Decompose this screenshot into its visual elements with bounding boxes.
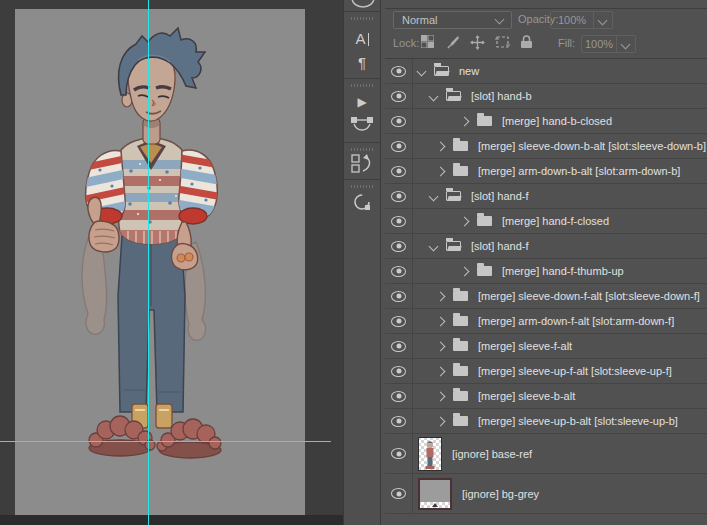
- folder-icon: [453, 416, 468, 426]
- eye-icon: [391, 366, 406, 377]
- layer-name[interactable]: [merge] sleeve-b-alt: [478, 390, 575, 402]
- dock-grip[interactable]: [351, 185, 373, 188]
- layer-name[interactable]: [merge] sleeve-down-b-alt [slot:sleeve-d…: [478, 140, 706, 152]
- layer-name[interactable]: [merge] sleeve-down-f-alt [slot:sleeve-d…: [478, 290, 700, 302]
- layer-thumbnail[interactable]: [418, 478, 452, 510]
- lock-position-icon[interactable]: [470, 35, 485, 50]
- visibility-toggle[interactable]: [385, 259, 413, 283]
- layer-row-slot-hand-b[interactable]: [slot] hand-b: [385, 84, 707, 109]
- visibility-toggle[interactable]: [385, 234, 413, 258]
- dock-grip[interactable]: [351, 17, 373, 20]
- chevron-collapsed-icon[interactable]: [460, 266, 470, 276]
- layer-name[interactable]: [slot] hand-f: [471, 190, 528, 202]
- visibility-toggle[interactable]: [385, 134, 413, 158]
- lock-all-icon[interactable]: [520, 35, 533, 49]
- dock-grip[interactable]: [351, 148, 373, 151]
- chevron-expanded-icon[interactable]: [429, 241, 439, 251]
- layer-name[interactable]: [merge] sleeve-up-f-alt [slot:sleeve-up-…: [478, 365, 672, 377]
- visibility-toggle[interactable]: [385, 84, 413, 108]
- chevron-collapsed-icon[interactable]: [436, 316, 446, 326]
- visibility-toggle[interactable]: [385, 59, 413, 83]
- layer-row-bg-grey[interactable]: [ignore] bg-grey: [385, 474, 707, 514]
- lock-pixels-icon[interactable]: [446, 35, 460, 49]
- layer-name[interactable]: [merge] hand-f-closed: [502, 215, 609, 227]
- layer-row-hand-f-thumb-up[interactable]: [merge] hand-f-thumb-up: [385, 259, 707, 284]
- layer-row-sleeve-up-f-alt[interactable]: [merge] sleeve-up-f-alt [slot:sleeve-up-…: [385, 359, 707, 384]
- layer-name[interactable]: [ignore] bg-grey: [462, 488, 539, 500]
- chevron-collapsed-icon[interactable]: [460, 216, 470, 226]
- chevron-expanded-icon[interactable]: [429, 191, 439, 201]
- chevron-collapsed-icon[interactable]: [436, 391, 446, 401]
- layer-name[interactable]: [merge] sleeve-f-alt: [478, 340, 572, 352]
- visibility-toggle[interactable]: [385, 384, 413, 408]
- layer-name[interactable]: [slot] hand-b: [471, 90, 532, 102]
- layer-name[interactable]: [merge] hand-b-closed: [502, 115, 612, 127]
- opacity-value[interactable]: 100%: [550, 11, 594, 29]
- vertical-guide[interactable]: [148, 0, 149, 525]
- layer-name[interactable]: [merge] hand-f-thumb-up: [502, 265, 624, 277]
- blend-mode-select[interactable]: Normal: [393, 11, 512, 29]
- chevron-collapsed-icon[interactable]: [436, 141, 446, 151]
- layer-row-sleeve-b-alt[interactable]: [merge] sleeve-b-alt: [385, 384, 707, 409]
- layer-name[interactable]: [merge] sleeve-up-b-alt [slot:sleeve-up-…: [478, 415, 678, 427]
- layer-thumbnail[interactable]: [418, 437, 442, 471]
- layer-name[interactable]: new: [459, 65, 479, 77]
- layer-row-new[interactable]: new: [385, 59, 707, 84]
- visibility-toggle[interactable]: [385, 359, 413, 383]
- chevron-down-icon: [598, 16, 608, 26]
- visibility-toggle[interactable]: [385, 159, 413, 183]
- layer-row-hand-b-closed[interactable]: [merge] hand-b-closed: [385, 109, 707, 134]
- visibility-toggle[interactable]: [385, 309, 413, 333]
- chevron-expanded-icon[interactable]: [429, 91, 439, 101]
- visibility-toggle[interactable]: [385, 334, 413, 358]
- opacity-dropdown-button[interactable]: [594, 11, 613, 29]
- character-panel-icon[interactable]: A: [344, 30, 380, 48]
- chevron-collapsed-icon[interactable]: [460, 116, 470, 126]
- visibility-toggle[interactable]: [385, 434, 413, 473]
- layer-row-sleeve-down-b-alt[interactable]: [merge] sleeve-down-b-alt [slot:sleeve-d…: [385, 134, 707, 159]
- layer-row-arm-down-b-alt[interactable]: [merge] arm-down-b-alt [slot:arm-down-b]: [385, 159, 707, 184]
- fill-value[interactable]: 100%: [581, 35, 617, 53]
- libraries-panel-icon[interactable]: [350, 0, 376, 9]
- lock-transparency-icon[interactable]: [421, 35, 434, 48]
- rotate-view-panel-icon[interactable]: [344, 192, 380, 216]
- visibility-toggle[interactable]: [385, 109, 413, 133]
- layer-row-sleeve-down-f-alt[interactable]: [merge] sleeve-down-f-alt [slot:sleeve-d…: [385, 284, 707, 309]
- fill-dropdown-button[interactable]: [617, 35, 636, 53]
- layer-row-sleeve-f-alt[interactable]: [merge] sleeve-f-alt: [385, 334, 707, 359]
- layer-row-base-ref[interactable]: [ignore] base-ref: [385, 434, 707, 474]
- horizontal-guide[interactable]: [0, 441, 331, 442]
- layer-name[interactable]: [ignore] base-ref: [452, 448, 532, 460]
- canvas-scroll-gutter: [0, 515, 343, 525]
- eye-icon: [391, 66, 406, 77]
- paragraph-glyph: ¶: [358, 54, 366, 71]
- layer-name[interactable]: [merge] arm-down-b-alt [slot:arm-down-b]: [478, 165, 680, 177]
- visibility-toggle[interactable]: [385, 184, 413, 208]
- canvas-area[interactable]: [0, 0, 343, 525]
- dock-grip[interactable]: [351, 84, 373, 87]
- actions-panel-icon[interactable]: ▶: [344, 95, 380, 109]
- paragraph-panel-icon[interactable]: ¶: [344, 54, 380, 72]
- paths-panel-icon[interactable]: [344, 115, 380, 138]
- layer-name[interactable]: [merge] arm-down-f-alt [slot:arm-down-f]: [478, 315, 674, 327]
- layer-name[interactable]: [slot] hand-f: [471, 240, 528, 252]
- layer-row-sleeve-up-b-alt[interactable]: [merge] sleeve-up-b-alt [slot:sleeve-up-…: [385, 409, 707, 434]
- chevron-collapsed-icon[interactable]: [436, 166, 446, 176]
- folder-icon: [453, 141, 468, 151]
- history-panel-icon[interactable]: [344, 154, 380, 177]
- chevron-collapsed-icon[interactable]: [436, 366, 446, 376]
- chevron-collapsed-icon[interactable]: [436, 291, 446, 301]
- layer-row-slot-hand-f[interactable]: [slot] hand-f: [385, 184, 707, 209]
- layer-row-arm-down-f-alt[interactable]: [merge] arm-down-f-alt [slot:arm-down-f]: [385, 309, 707, 334]
- chevron-expanded-icon[interactable]: [417, 66, 427, 76]
- lock-artboard-icon[interactable]: [495, 35, 510, 49]
- layer-row-hand-f-closed[interactable]: [merge] hand-f-closed: [385, 209, 707, 234]
- chevron-collapsed-icon[interactable]: [436, 341, 446, 351]
- visibility-toggle[interactable]: [385, 409, 413, 433]
- visibility-toggle[interactable]: [385, 284, 413, 308]
- chevron-collapsed-icon[interactable]: [436, 416, 446, 426]
- visibility-toggle[interactable]: [385, 209, 413, 233]
- layer-row-slot-hand-f-2[interactable]: [slot] hand-f: [385, 234, 707, 259]
- eye-icon: [391, 241, 406, 252]
- visibility-toggle[interactable]: [385, 474, 413, 513]
